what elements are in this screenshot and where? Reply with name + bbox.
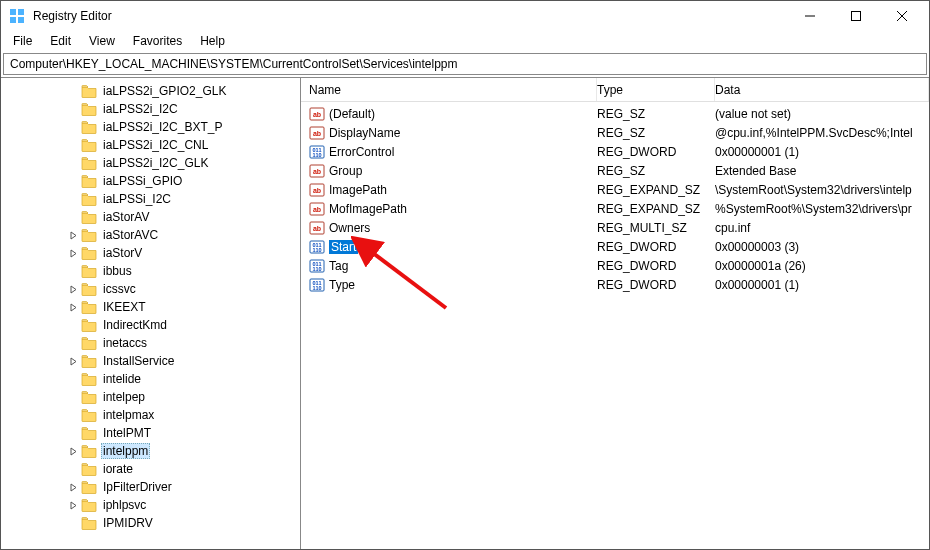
tree-item[interactable]: IPMIDRV — [1, 514, 301, 532]
value-row[interactable]: ab(Default)REG_SZ(value not set) — [301, 104, 929, 123]
value-row[interactable]: abGroupREG_SZExtended Base — [301, 161, 929, 180]
svg-text:ab: ab — [313, 225, 321, 232]
tree-item[interactable]: IpFilterDriver — [1, 478, 301, 496]
tree-item[interactable]: iaStorAV — [1, 208, 301, 226]
menu-help[interactable]: Help — [192, 32, 233, 50]
folder-icon — [81, 228, 97, 242]
value-type: REG_EXPAND_SZ — [597, 183, 715, 197]
tree-item[interactable]: inetaccs — [1, 334, 301, 352]
folder-icon — [81, 480, 97, 494]
value-row[interactable]: abDisplayNameREG_SZ@cpu.inf,%IntelPPM.Sv… — [301, 123, 929, 142]
folder-icon — [81, 300, 97, 314]
folder-icon — [81, 516, 97, 530]
tree-panel[interactable]: iaLPSS2i_GPIO2_GLKiaLPSS2i_I2CiaLPSS2i_I… — [1, 78, 301, 549]
value-name: ErrorControl — [329, 145, 394, 159]
window-title: Registry Editor — [33, 9, 787, 23]
address-path: Computer\HKEY_LOCAL_MACHINE\SYSTEM\Curre… — [10, 57, 458, 71]
value-name: (Default) — [329, 107, 375, 121]
menu-favorites[interactable]: Favorites — [125, 32, 190, 50]
binary-value-icon: 011110 — [309, 144, 325, 160]
tree-item[interactable]: intelpmax — [1, 406, 301, 424]
value-row[interactable]: abOwnersREG_MULTI_SZcpu.inf — [301, 218, 929, 237]
tree-item[interactable]: iaLPSS2i_I2C_BXT_P — [1, 118, 301, 136]
column-header-data[interactable]: Data — [715, 78, 929, 101]
value-name: Group — [329, 164, 362, 178]
tree-item[interactable]: iaLPSS2i_I2C_GLK — [1, 154, 301, 172]
tree-item[interactable]: iaLPSS2i_I2C_CNL — [1, 136, 301, 154]
value-type: REG_DWORD — [597, 240, 715, 254]
tree-item-label: icssvc — [101, 282, 138, 296]
folder-icon — [81, 372, 97, 386]
svg-text:ab: ab — [313, 206, 321, 213]
svg-text:110: 110 — [312, 247, 321, 253]
folder-icon — [81, 354, 97, 368]
value-type: REG_EXPAND_SZ — [597, 202, 715, 216]
tree-item-label: iaLPSS2i_I2C — [101, 102, 180, 116]
tree-item[interactable]: iorate — [1, 460, 301, 478]
address-bar[interactable]: Computer\HKEY_LOCAL_MACHINE\SYSTEM\Curre… — [3, 53, 927, 75]
folder-icon — [81, 444, 97, 458]
value-name: Owners — [329, 221, 370, 235]
expander-icon[interactable] — [65, 479, 81, 495]
expander-icon[interactable] — [65, 227, 81, 243]
tree-item[interactable]: intelpep — [1, 388, 301, 406]
tree-item-label: intelppm — [101, 443, 150, 459]
expander-icon[interactable] — [65, 443, 81, 459]
tree-item-label: iorate — [101, 462, 135, 476]
menu-file[interactable]: File — [5, 32, 40, 50]
value-type: REG_DWORD — [597, 259, 715, 273]
tree-item[interactable]: intelide — [1, 370, 301, 388]
value-name: DisplayName — [329, 126, 400, 140]
expander-icon[interactable] — [65, 497, 81, 513]
tree-item[interactable]: ibbus — [1, 262, 301, 280]
expander-icon[interactable] — [65, 245, 81, 261]
tree-item[interactable]: iphlpsvc — [1, 496, 301, 514]
tree-item[interactable]: intelppm — [1, 442, 301, 460]
tree-item[interactable]: InstallService — [1, 352, 301, 370]
tree-item[interactable]: iaStorV — [1, 244, 301, 262]
expander-icon[interactable] — [65, 299, 81, 315]
tree-item-label: intelpep — [101, 390, 147, 404]
svg-text:110: 110 — [312, 266, 321, 272]
binary-value-icon: 011110 — [309, 277, 325, 293]
tree-item-label: inetaccs — [101, 336, 149, 350]
svg-text:ab: ab — [313, 168, 321, 175]
list-body: ab(Default)REG_SZ(value not set)abDispla… — [301, 102, 929, 296]
value-row[interactable]: abImagePathREG_EXPAND_SZ\SystemRoot\Syst… — [301, 180, 929, 199]
tree-item-label: iaStorV — [101, 246, 144, 260]
value-type: REG_MULTI_SZ — [597, 221, 715, 235]
tree-item-label: iaLPSS2i_GPIO2_GLK — [101, 84, 228, 98]
value-data: 0x00000001 (1) — [715, 278, 929, 292]
expander-icon[interactable] — [65, 281, 81, 297]
svg-text:ab: ab — [313, 111, 321, 118]
tree-item-label: intelide — [101, 372, 143, 386]
folder-icon — [81, 462, 97, 476]
svg-text:ab: ab — [313, 130, 321, 137]
tree-item[interactable]: iaLPSSi_I2C — [1, 190, 301, 208]
tree-item[interactable]: iaLPSS2i_GPIO2_GLK — [1, 82, 301, 100]
menu-view[interactable]: View — [81, 32, 123, 50]
tree-item[interactable]: IKEEXT — [1, 298, 301, 316]
tree-item[interactable]: IndirectKmd — [1, 316, 301, 334]
string-value-icon: ab — [309, 163, 325, 179]
close-button[interactable] — [879, 1, 925, 31]
value-row[interactable]: abMofImagePathREG_EXPAND_SZ%SystemRoot%\… — [301, 199, 929, 218]
tree-item[interactable]: iaLPSSi_GPIO — [1, 172, 301, 190]
tree-item[interactable]: iaStorAVC — [1, 226, 301, 244]
value-row[interactable]: 011110ErrorControlREG_DWORD0x00000001 (1… — [301, 142, 929, 161]
column-header-type[interactable]: Type — [597, 78, 715, 101]
tree-item-label: iaLPSS2i_I2C_CNL — [101, 138, 210, 152]
tree-item[interactable]: icssvc — [1, 280, 301, 298]
value-row[interactable]: 011110TagREG_DWORD0x0000001a (26) — [301, 256, 929, 275]
maximize-button[interactable] — [833, 1, 879, 31]
value-row[interactable]: 011110StartREG_DWORD0x00000003 (3) — [301, 237, 929, 256]
menu-edit[interactable]: Edit — [42, 32, 79, 50]
tree-item[interactable]: iaLPSS2i_I2C — [1, 100, 301, 118]
value-row[interactable]: 011110TypeREG_DWORD0x00000001 (1) — [301, 275, 929, 294]
expander-icon[interactable] — [65, 353, 81, 369]
folder-icon — [81, 336, 97, 350]
tree-item[interactable]: IntelPMT — [1, 424, 301, 442]
minimize-button[interactable] — [787, 1, 833, 31]
folder-icon — [81, 174, 97, 188]
column-header-name[interactable]: Name — [301, 78, 597, 101]
